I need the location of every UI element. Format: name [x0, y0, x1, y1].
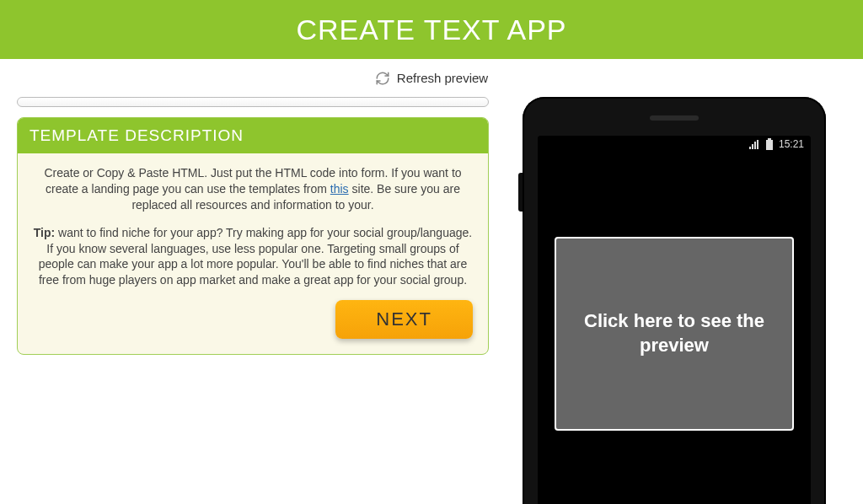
- status-bar: 15:21: [538, 136, 811, 153]
- phone-speaker: [650, 115, 699, 121]
- phone-side-button: [518, 173, 523, 212]
- phone-mockup: 15:21 Click here to see the preview: [523, 97, 826, 504]
- page-title: CREATE TEXT APP: [296, 13, 566, 46]
- phone-screen: 15:21 Click here to see the preview: [538, 136, 811, 504]
- panel-body: Create or Copy & Paste HTML. Just put th…: [18, 153, 488, 354]
- battery-icon: [765, 138, 774, 151]
- tip-text: want to find niche for your app? Try mak…: [39, 226, 472, 287]
- templates-link[interactable]: this: [330, 182, 349, 196]
- page-header: CREATE TEXT APP: [0, 0, 863, 59]
- panel-heading: TEMPLATE DESCRIPTION: [18, 118, 488, 153]
- svg-rect-1: [768, 138, 771, 140]
- preview-placeholder-text: Click here to see the preview: [575, 309, 774, 357]
- refresh-preview-link[interactable]: Refresh preview: [0, 59, 863, 97]
- refresh-label: Refresh preview: [397, 71, 488, 85]
- svg-rect-0: [766, 140, 773, 150]
- template-description-panel: TEMPLATE DESCRIPTION Create or Copy & Pa…: [17, 117, 489, 355]
- next-button[interactable]: NEXT: [335, 300, 473, 339]
- refresh-icon: [375, 71, 390, 86]
- progress-bar: [17, 97, 489, 107]
- description-paragraph: Create or Copy & Paste HTML. Just put th…: [33, 165, 473, 213]
- status-time: 15:21: [779, 138, 804, 150]
- tip-label: Tip:: [34, 226, 55, 239]
- signal-icon: [748, 138, 760, 150]
- preview-placeholder[interactable]: Click here to see the preview: [555, 237, 794, 431]
- tip-paragraph: Tip: want to find niche for your app? Tr…: [33, 225, 473, 289]
